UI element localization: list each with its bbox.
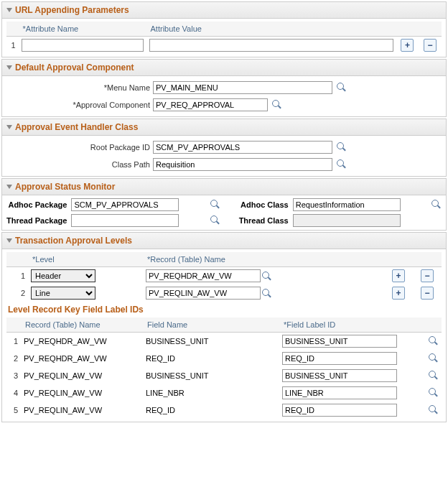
add-row-button[interactable]: + — [392, 269, 405, 282]
kf-field: BUSINESS_UNIT — [143, 367, 279, 384]
add-row-button[interactable]: + — [392, 287, 405, 300]
lookup-icon[interactable] — [429, 353, 439, 363]
record-input[interactable] — [146, 287, 261, 300]
kf-record: PV_REQHDR_AW_VW — [21, 350, 143, 367]
default-approval-header: Default Approval Component — [2, 60, 446, 76]
col-level[interactable]: Level — [28, 252, 143, 267]
delete-row-button[interactable]: − — [421, 287, 434, 300]
collapse-icon[interactable] — [6, 8, 12, 12]
record-input[interactable] — [146, 269, 261, 282]
url-params-section: URL Appending Parameters Attribute Name … — [1, 1, 447, 57]
lookup-icon[interactable] — [429, 371, 439, 381]
adhoc-pkg-input[interactable] — [71, 198, 179, 211]
class-path-label: Class Path — [6, 160, 150, 169]
field-label-input[interactable] — [282, 369, 397, 382]
adhoc-class-label: Adhoc Class — [225, 200, 289, 209]
default-approval-title: Default Approval Component — [15, 62, 134, 73]
col-attr-name[interactable]: Attribute Name — [19, 22, 146, 37]
field-label-input[interactable] — [282, 352, 397, 365]
lookup-icon[interactable] — [272, 100, 282, 110]
attr-name-input[interactable] — [22, 39, 144, 52]
kf-field: BUSINESS_UNIT — [143, 333, 279, 351]
col-kf-label[interactable]: Field Label ID — [279, 317, 424, 333]
thread-pkg-input[interactable] — [71, 214, 179, 227]
lookup-icon[interactable] — [431, 200, 442, 210]
lookup-icon[interactable] — [337, 142, 347, 152]
lookup-icon[interactable] — [429, 388, 439, 398]
lookup-icon[interactable] — [337, 83, 347, 93]
default-approval-section: Default Approval Component Menu Name App… — [1, 59, 447, 117]
col-attr-value[interactable]: Attribute Value — [146, 22, 396, 37]
collapse-icon[interactable] — [6, 185, 12, 189]
attr-value-input[interactable] — [149, 39, 393, 52]
table-row: 5PV_REQLIN_AW_VWREQ_ID — [6, 402, 442, 419]
kf-field: REQ_ID — [143, 402, 279, 419]
level-select[interactable]: HeaderLine — [31, 269, 95, 282]
thread-class-input — [293, 214, 401, 227]
table-row: 2PV_REQHDR_AW_VWREQ_ID — [6, 350, 442, 367]
row-number: 4 — [6, 384, 21, 402]
field-label-input[interactable] — [282, 404, 397, 417]
row-number: 1 — [6, 267, 28, 285]
col-record[interactable]: Record (Table) Name — [143, 252, 384, 267]
lookup-icon[interactable] — [210, 200, 220, 210]
field-label-input[interactable] — [282, 335, 397, 348]
approval-component-label: Approval Component — [6, 101, 150, 109]
add-row-button[interactable]: + — [401, 39, 414, 52]
thread-class-label: Thread Class — [225, 216, 289, 225]
table-row: 1PV_REQHDR_AW_VWBUSINESS_UNIT — [6, 333, 442, 351]
adhoc-class-input[interactable] — [293, 198, 401, 211]
status-monitor-section: Approval Status Monitor Adhoc Package Ad… — [1, 178, 447, 231]
menu-name-input[interactable] — [153, 81, 332, 94]
delete-row-button[interactable]: − — [424, 39, 437, 52]
status-monitor-title: Approval Status Monitor — [15, 182, 115, 192]
url-params-title: URL Appending Parameters — [15, 5, 129, 15]
row-number: 5 — [6, 402, 21, 419]
class-path-input[interactable] — [153, 158, 332, 171]
table-row: 1 + − — [6, 37, 442, 55]
lookup-icon[interactable] — [337, 159, 347, 170]
row-number: 3 — [6, 367, 21, 384]
key-fields-title: Level Record Key Field Label IDs — [6, 302, 442, 317]
collapse-icon[interactable] — [6, 65, 12, 70]
approval-levels-section: Transaction Approval Levels Level Record… — [1, 232, 447, 422]
approval-levels-title: Transaction Approval Levels — [15, 236, 132, 246]
collapse-icon[interactable] — [6, 125, 12, 129]
url-params-table: Attribute Name Attribute Value 1 + − — [6, 22, 442, 54]
approval-component-input[interactable] — [153, 98, 268, 111]
row-number: 1 — [6, 37, 19, 55]
thread-pkg-label: Thread Package — [6, 216, 67, 225]
kf-field: LINE_NBR — [143, 384, 279, 402]
delete-row-button[interactable]: − — [421, 269, 434, 282]
lookup-icon[interactable] — [429, 405, 439, 415]
approval-levels-table: Level Record (Table) Name 1HeaderLine+−2… — [6, 252, 442, 302]
row-number: 2 — [6, 284, 28, 302]
kf-record: PV_REQHDR_AW_VW — [21, 333, 143, 351]
table-row: 3PV_REQLIN_AW_VWBUSINESS_UNIT — [6, 367, 442, 384]
root-pkg-label: Root Package ID — [6, 143, 150, 152]
lookup-icon[interactable] — [210, 215, 220, 226]
event-handler-header: Approval Event Handler Class — [2, 119, 446, 136]
col-kf-field[interactable]: Field Name — [143, 317, 279, 333]
root-pkg-input[interactable] — [153, 141, 332, 154]
table-row: 1HeaderLine+− — [6, 267, 442, 285]
event-handler-title: Approval Event Handler Class — [15, 122, 138, 132]
collapse-icon[interactable] — [6, 238, 12, 243]
col-kf-record[interactable]: Record (Table) Name — [21, 317, 143, 333]
level-select[interactable]: HeaderLine — [31, 287, 95, 300]
row-number: 2 — [6, 350, 21, 367]
url-params-header: URL Appending Parameters — [2, 2, 446, 19]
kf-record: PV_REQLIN_AW_VW — [21, 402, 143, 419]
kf-field: REQ_ID — [143, 350, 279, 367]
lookup-icon[interactable] — [262, 289, 272, 299]
status-monitor-header: Approval Status Monitor — [2, 179, 446, 195]
kf-record: PV_REQLIN_AW_VW — [21, 367, 143, 384]
lookup-icon[interactable] — [262, 272, 272, 282]
lookup-icon[interactable] — [429, 336, 439, 346]
menu-name-label: Menu Name — [6, 83, 150, 92]
event-handler-section: Approval Event Handler Class Root Packag… — [1, 119, 447, 177]
field-label-input[interactable] — [282, 386, 397, 399]
kf-record: PV_REQLIN_AW_VW — [21, 384, 143, 402]
adhoc-pkg-label: Adhoc Package — [6, 200, 67, 209]
table-row: 4PV_REQLIN_AW_VWLINE_NBR — [6, 384, 442, 402]
